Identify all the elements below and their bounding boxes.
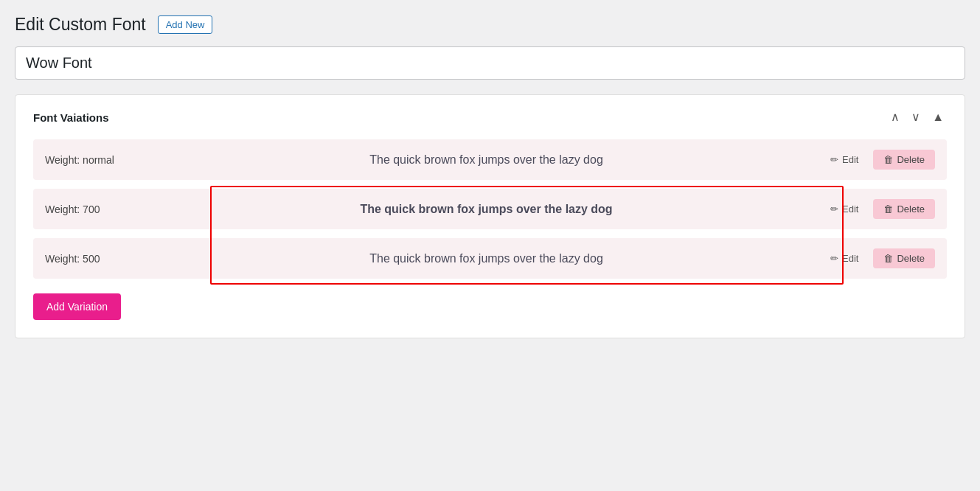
- variation-row: Weight: normal The quick brown fox jumps…: [33, 139, 947, 180]
- variation-weight-label: Weight: 700: [45, 203, 148, 215]
- edit-button[interactable]: ✏ Edit: [824, 250, 864, 267]
- trash-icon: 🗑: [883, 253, 893, 264]
- delete-button[interactable]: 🗑 Delete: [873, 248, 935, 268]
- pencil-icon: ✏: [830, 203, 838, 215]
- panel-controls: ∧ ∨ ▲: [888, 110, 947, 125]
- page-header: Edit Custom Font Add New: [15, 15, 965, 35]
- page-title: Edit Custom Font: [15, 15, 146, 35]
- variation-preview-text: The quick brown fox jumps over the lazy …: [148, 252, 824, 265]
- variation-row: Weight: 700 The quick brown fox jumps ov…: [33, 189, 947, 229]
- variation-actions: ✏ Edit 🗑 Delete: [824, 150, 935, 170]
- variation-preview-text: The quick brown fox jumps over the lazy …: [148, 203, 824, 216]
- page-container: Edit Custom Font Add New Font Vaiations …: [15, 15, 965, 338]
- trash-icon: 🗑: [883, 154, 893, 165]
- font-variations-panel: Font Vaiations ∧ ∨ ▲ Weight: normal The …: [15, 94, 965, 338]
- panel-collapse-button[interactable]: ▲: [929, 110, 947, 125]
- variation-actions: ✏ Edit 🗑 Delete: [824, 199, 935, 219]
- add-variation-button[interactable]: Add Variation: [33, 293, 121, 320]
- variation-actions: ✏ Edit 🗑 Delete: [824, 248, 935, 268]
- variation-weight-label: Weight: 500: [45, 253, 148, 265]
- panel-down-button[interactable]: ∨: [908, 110, 923, 125]
- edit-button[interactable]: ✏ Edit: [824, 201, 864, 217]
- trash-icon: 🗑: [883, 203, 893, 215]
- variation-row: Weight: 500 The quick brown fox jumps ov…: [33, 238, 947, 279]
- delete-button[interactable]: 🗑 Delete: [873, 150, 935, 170]
- pencil-icon: ✏: [830, 154, 838, 165]
- variation-weight-label: Weight: normal: [45, 154, 148, 166]
- variations-list: Weight: normal The quick brown fox jumps…: [33, 139, 947, 279]
- variation-preview-text: The quick brown fox jumps over the lazy …: [148, 153, 824, 167]
- delete-button[interactable]: 🗑 Delete: [873, 199, 935, 219]
- font-name-input[interactable]: [15, 46, 965, 80]
- panel-title: Font Vaiations: [33, 111, 109, 124]
- panel-header: Font Vaiations ∧ ∨ ▲: [33, 110, 947, 125]
- edit-button[interactable]: ✏ Edit: [824, 151, 864, 168]
- add-new-button[interactable]: Add New: [158, 15, 213, 34]
- pencil-icon: ✏: [830, 253, 838, 264]
- panel-up-button[interactable]: ∧: [888, 110, 903, 125]
